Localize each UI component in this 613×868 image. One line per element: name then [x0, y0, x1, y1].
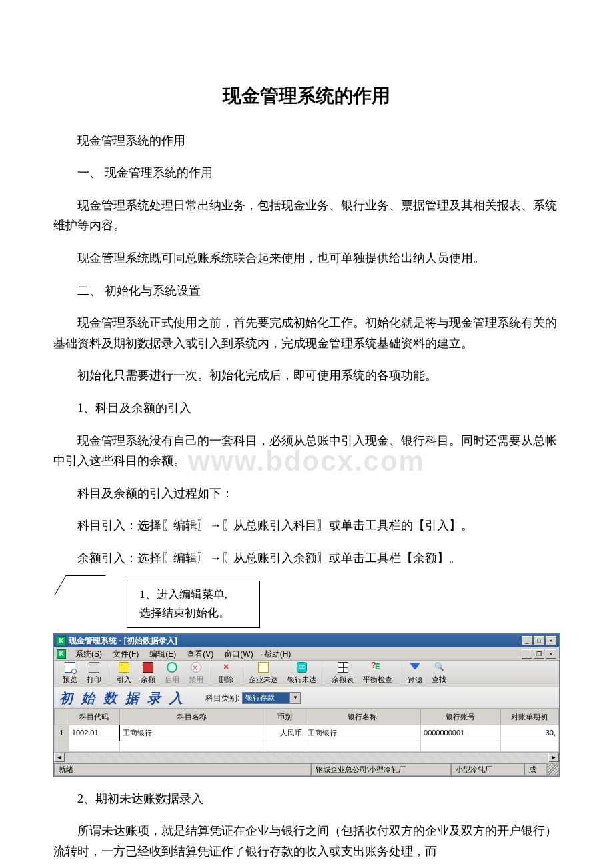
menu-help[interactable]: 帮助(H) — [259, 647, 297, 661]
status-org: 钢城企业总公司\小型冷轧厂 — [311, 763, 451, 776]
callout-line1: 1、进入编辑菜单, — [139, 585, 247, 605]
col-code[interactable]: 科目代码 — [69, 709, 119, 725]
print-icon — [89, 662, 99, 673]
col-period-init[interactable]: 对账单期初 — [500, 709, 558, 725]
para: 科目及余额的引入过程如下： — [53, 483, 560, 504]
enable-button[interactable]: 启用 — [161, 661, 183, 687]
cell-name[interactable]: 工商银行 — [120, 725, 265, 741]
data-grid[interactable]: 科目代码 科目名称 币别 银行名称 银行账号 对账单期初 1 1002.01 工… — [54, 709, 559, 751]
maximize-button[interactable]: □ — [534, 636, 544, 645]
menu-window[interactable]: 窗口(W) — [219, 647, 258, 661]
col-currency[interactable]: 币别 — [265, 709, 305, 725]
app-icon: K — [57, 636, 66, 645]
cell-bank-name[interactable]: 工商银行 — [305, 725, 420, 741]
table-icon — [338, 662, 348, 673]
col-rownum[interactable] — [55, 709, 69, 725]
menu-view[interactable]: 查看(V) — [181, 647, 219, 661]
subheading-2: 2、期初未达账数据录入 — [53, 789, 560, 809]
cell-code[interactable]: 1002.01 — [69, 725, 119, 741]
separator — [400, 664, 400, 684]
resize-grip[interactable] — [547, 763, 559, 776]
preview-icon — [65, 662, 75, 673]
section-header: 初 始 数 据 录 入 科目类别: ▼ — [54, 687, 559, 709]
balance-check-button[interactable]: E平衡检查 — [359, 661, 396, 687]
status-ready: 就绪 — [54, 763, 311, 776]
corp-pending-button[interactable]: 企业未达 — [245, 661, 282, 687]
bank-pending-button[interactable]: ED银行未达 — [283, 661, 320, 687]
status-unit: 小型冷轧厂 — [451, 763, 524, 776]
filter-icon — [410, 663, 420, 673]
status-flag: 成 — [524, 763, 547, 776]
cell-bank-acct[interactable]: 0000000001 — [421, 725, 501, 741]
chevron-down-icon[interactable]: ▼ — [289, 693, 300, 703]
enable-icon — [167, 662, 177, 673]
window-title: 现金管理系统 - [初始数据录入] — [69, 634, 177, 647]
disable-button[interactable]: 禁用 — [185, 661, 207, 687]
find-button[interactable]: 🔍查找 — [428, 661, 450, 687]
scroll-track[interactable] — [65, 753, 548, 763]
balance-sheet-button[interactable]: 余额表 — [328, 661, 358, 687]
cell-period-init[interactable]: 30, — [500, 725, 558, 741]
filter-button[interactable]: 过滤 — [404, 661, 426, 687]
disable-icon — [191, 662, 201, 673]
col-bank-name[interactable]: 银行名称 — [305, 709, 420, 725]
scroll-right-button[interactable]: ► — [548, 753, 559, 762]
category-combo[interactable]: ▼ — [242, 692, 301, 704]
menu-edit[interactable]: 编辑(E) — [144, 647, 181, 661]
callout: 1、进入编辑菜单, 选择结束初始化。 — [80, 581, 273, 629]
separator — [211, 664, 211, 684]
para: 初始化只需要进行一次。初始化完成后，即可使用系统的各项功能。 — [53, 365, 560, 386]
section-title: 初 始 数 据 录 入 — [59, 687, 185, 709]
table-row[interactable] — [55, 741, 559, 751]
mdi-minimize-button[interactable]: _ — [522, 649, 532, 659]
heading-2: 二、 初始化与系统设置 — [53, 281, 560, 301]
print-button[interactable]: 打印 — [83, 661, 105, 687]
para: 科目引入：选择〖编辑〗→〖从总账引入科目〗或单击工具栏的【引入】。 — [53, 515, 560, 536]
minimize-button[interactable]: _ — [522, 636, 532, 645]
para: 现金管理系统既可同总账系统联合起来使用，也可单独提供给出纳人员使用。 — [53, 248, 560, 269]
para: 现金管理系统正式使用之前，首先要完成初始化工作。初始化就是将与现金管理系统有关的… — [53, 313, 560, 353]
toolbar: 预览 打印 引入 余额 启用 禁用 ×删除 企业未达 ED银行未达 余额表 E平… — [54, 661, 559, 687]
balance-icon — [143, 662, 153, 673]
separator — [109, 664, 109, 684]
preview-button[interactable]: 预览 — [59, 661, 81, 687]
balance-button[interactable]: 余额 — [137, 661, 159, 687]
para: 余额引入：选择〖编辑〗→〖从总账引入余额〗或单击工具栏【余额】。 — [53, 548, 560, 569]
edit-icon: ED — [297, 662, 307, 673]
import-icon — [119, 662, 129, 673]
delete-icon: × — [221, 662, 231, 673]
heading-1: 一、 现金管理系统的作用 — [53, 163, 560, 183]
import-button[interactable]: 引入 — [113, 661, 135, 687]
check-icon: E — [372, 662, 383, 673]
mdi-close-button[interactable]: × — [546, 649, 556, 659]
h-scrollbar[interactable]: ◄ ► — [54, 752, 559, 763]
cell-rownum: 1 — [55, 725, 69, 741]
find-icon: 🔍 — [434, 662, 444, 673]
close-button[interactable]: × — [546, 636, 556, 645]
titlebar[interactable]: K 现金管理系统 - [初始数据录入] _ □ × — [54, 634, 559, 647]
page-title: 现金管理系统的作用 — [53, 80, 560, 112]
menu-file[interactable]: 文件(F) — [107, 647, 144, 661]
para: 现金管理系统没有自己的一套科目，必须从总账中引入现金、银行科目。同时还需要从总帐… — [53, 431, 560, 471]
statusbar: 就绪 钢城企业总公司\小型冷轧厂 小型冷轧厂 成 — [54, 763, 559, 776]
cell-currency[interactable]: 人民币 — [265, 725, 305, 741]
delete-button[interactable]: ×删除 — [215, 661, 237, 687]
menu-system[interactable]: 系统(S) — [70, 647, 107, 661]
subheading-1: 1、科目及余额的引入 — [53, 398, 560, 419]
document-icon — [258, 662, 269, 673]
mdi-icon[interactable]: K — [57, 649, 66, 659]
col-name[interactable]: 科目名称 — [120, 709, 265, 725]
app-window: K 现金管理系统 - [初始数据录入] _ □ × K 系统(S) 文件(F) … — [53, 633, 560, 776]
para: 现金管理系统处理日常出纳业务，包括现金业务、银行业务、票据管理及其相关报表、系统… — [53, 195, 560, 236]
combo-label: 科目类别: — [205, 691, 239, 705]
col-bank-acct[interactable]: 银行账号 — [421, 709, 501, 725]
callout-line2: 选择结束初始化。 — [139, 604, 247, 623]
scroll-left-button[interactable]: ◄ — [54, 753, 65, 762]
mdi-restore-button[interactable]: ❐ — [534, 649, 544, 659]
category-input[interactable] — [243, 693, 289, 703]
table-row[interactable]: 1 1002.01 工商银行 人民币 工商银行 0000000001 30, — [55, 725, 559, 741]
para-intro: 现金管理系统的作用 — [53, 131, 560, 151]
para: 所谓未达账项，就是结算凭证在企业与银行之间（包括收付双方的企业及双方的开户银行）… — [53, 821, 560, 861]
callout-leader — [54, 575, 105, 595]
menubar: K 系统(S) 文件(F) 编辑(E) 查看(V) 窗口(W) 帮助(H) _ … — [54, 647, 559, 661]
